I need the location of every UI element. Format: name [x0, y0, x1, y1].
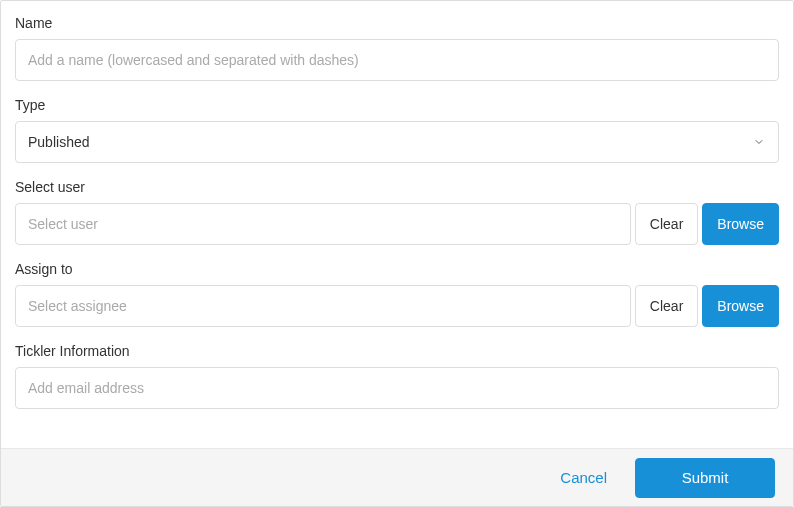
type-select[interactable]: Published [15, 121, 779, 163]
select-user-row: Clear Browse [15, 203, 779, 245]
select-user-clear-button[interactable]: Clear [635, 203, 698, 245]
select-user-label: Select user [15, 179, 779, 195]
name-label: Name [15, 15, 779, 31]
assign-to-label: Assign to [15, 261, 779, 277]
name-group: Name [15, 15, 779, 81]
assign-to-browse-button[interactable]: Browse [702, 285, 779, 327]
tickler-info-label: Tickler Information [15, 343, 779, 359]
assign-to-row: Clear Browse [15, 285, 779, 327]
assign-to-input[interactable] [15, 285, 631, 327]
submit-button[interactable]: Submit [635, 458, 775, 498]
cancel-button[interactable]: Cancel [560, 469, 607, 486]
tickler-info-group: Tickler Information [15, 343, 779, 409]
form-body: Name Type Published Select user Clear Br… [1, 1, 793, 448]
form-panel: Name Type Published Select user Clear Br… [0, 0, 794, 507]
tickler-info-input[interactable] [15, 367, 779, 409]
type-group: Type Published [15, 97, 779, 163]
type-label: Type [15, 97, 779, 113]
select-user-group: Select user Clear Browse [15, 179, 779, 245]
assign-to-clear-button[interactable]: Clear [635, 285, 698, 327]
chevron-down-icon [752, 135, 766, 149]
name-input[interactable] [15, 39, 779, 81]
form-footer: Cancel Submit [1, 448, 793, 506]
assign-to-group: Assign to Clear Browse [15, 261, 779, 327]
select-user-input[interactable] [15, 203, 631, 245]
select-user-browse-button[interactable]: Browse [702, 203, 779, 245]
type-selected-value: Published [28, 134, 90, 150]
